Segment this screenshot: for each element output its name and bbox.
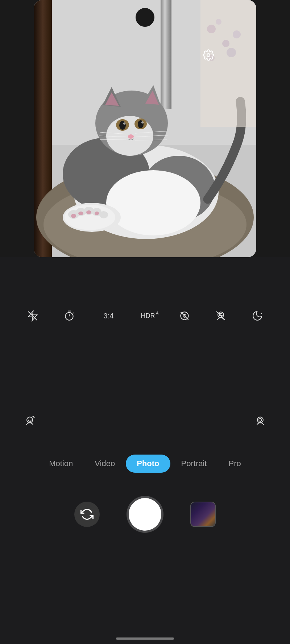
hdr-button[interactable]: HDRA [140, 308, 156, 324]
svg-rect-3 [161, 0, 171, 109]
svg-point-37 [99, 211, 108, 218]
svg-point-40 [86, 210, 91, 214]
svg-point-22 [123, 122, 125, 125]
bottom-controls [0, 498, 290, 531]
ai-controls-row [0, 413, 290, 429]
mode-pro[interactable]: Pro [218, 455, 252, 473]
svg-point-38 [71, 214, 76, 218]
focus-indicator [136, 8, 154, 27]
motion-blur-off-icon [179, 310, 190, 322]
face-retouch-icon [215, 310, 227, 322]
home-indicator [116, 637, 174, 640]
svg-point-11 [106, 170, 200, 235]
night-icon [252, 310, 263, 322]
svg-line-59 [261, 313, 262, 314]
timer-button[interactable] [61, 308, 77, 324]
svg-point-20 [119, 121, 126, 130]
svg-point-44 [222, 40, 229, 47]
ratio-button[interactable]: 3:4 [98, 308, 119, 324]
face-retouch-button[interactable] [213, 308, 229, 324]
mode-selector: Motion Video Photo Portrait Pro [0, 455, 290, 473]
gallery-thumbnail[interactable] [190, 502, 216, 527]
timer-icon [63, 310, 75, 322]
flip-camera-icon [80, 508, 94, 521]
flip-camera-button[interactable] [74, 502, 100, 527]
controls-bar: 3:4 HDRA [0, 308, 290, 324]
svg-point-62 [259, 418, 262, 421]
settings-button[interactable] [200, 47, 216, 63]
svg-point-48 [227, 48, 236, 57]
mode-motion[interactable]: Motion [38, 455, 84, 473]
flash-off-icon [27, 310, 38, 322]
mode-photo[interactable]: Photo [126, 455, 170, 473]
cat-photo [34, 0, 256, 257]
motion-blur-button[interactable] [177, 308, 192, 324]
ai-face-left-icon [24, 415, 36, 427]
shutter-button[interactable] [129, 498, 161, 531]
svg-line-54 [73, 313, 74, 313]
svg-point-43 [207, 25, 216, 33]
ai-face-right-button[interactable] [252, 413, 268, 429]
svg-point-49 [207, 54, 210, 57]
ai-face-left-button[interactable] [22, 413, 38, 429]
gallery-thumb-image [191, 502, 215, 526]
hdr-label: HDRA [141, 312, 155, 320]
svg-point-52 [65, 313, 73, 320]
svg-point-23 [141, 121, 144, 124]
gear-icon [203, 49, 214, 61]
flash-button[interactable] [25, 308, 41, 324]
svg-point-24 [128, 134, 134, 139]
mode-portrait[interactable]: Portrait [170, 455, 218, 473]
mode-video[interactable]: Video [84, 455, 126, 473]
camera-viewfinder [34, 0, 256, 257]
ai-face-right-icon [254, 415, 266, 427]
svg-point-61 [257, 417, 263, 423]
svg-point-46 [233, 30, 241, 38]
svg-point-39 [78, 212, 83, 215]
night-mode-button[interactable] [249, 308, 265, 324]
svg-rect-42 [200, 0, 256, 127]
svg-point-45 [216, 19, 221, 25]
ratio-label: 3:4 [104, 312, 114, 320]
svg-point-41 [95, 212, 99, 215]
